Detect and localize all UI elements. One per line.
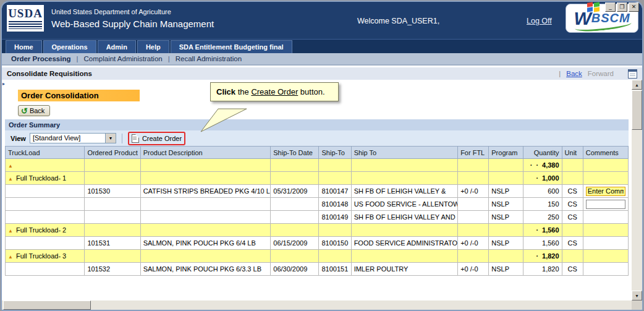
history-back-link[interactable]: Back (566, 70, 582, 77)
log-off-link[interactable]: Log Off (527, 17, 552, 25)
truckload-label: Full Truckload- 1 (16, 174, 66, 182)
ship-to-code-cell (319, 159, 351, 172)
column-header-program[interactable]: Program (489, 147, 523, 159)
subnav: Order Processing|Complaint Administratio… (2, 53, 642, 66)
close-button[interactable]: ✕ (629, 2, 639, 12)
for-ftl-cell: +0 /-0 (458, 263, 489, 276)
tab-sda-entitlement-budgeting-final[interactable]: SDA Entitlement Budgeting final (171, 40, 292, 53)
annotation-highlight-box: Create Order (128, 132, 185, 145)
order-row: 101530CATFISH STRIPS BREADED PKG 4/10 LB… (6, 185, 629, 198)
ship-to-date-cell (271, 172, 319, 185)
comment-input[interactable] (586, 187, 625, 196)
ship-to-code-cell: 8100147 (319, 185, 351, 198)
ship-to-date-cell (271, 250, 319, 263)
callout-text: the (235, 87, 251, 96)
collapse-triangle-icon[interactable]: ▲ (8, 176, 13, 182)
subnav-item-complaint-administration[interactable]: Complaint Administration (78, 55, 168, 62)
unit-cell (562, 159, 583, 172)
unit-cell: CS (562, 211, 583, 224)
column-header-ship-to[interactable]: Ship To (351, 147, 458, 159)
quantity-value: 1,560 (542, 226, 559, 234)
minimize-button[interactable]: _ (605, 2, 616, 12)
table-header-row: TruckLoadOrdered ProductProduct Descript… (6, 147, 629, 159)
unit-cell (562, 172, 583, 185)
quantity-cell: ·1,000 (523, 172, 562, 185)
vertical-scrollbar-thumb[interactable] (632, 90, 642, 130)
horizontal-scrollbar-thumb[interactable] (3, 300, 91, 310)
quantity-cell: 1,560 (523, 237, 562, 250)
restore-button[interactable]: ❐ (617, 2, 627, 12)
comment-input[interactable] (586, 200, 625, 209)
column-header-quantity[interactable]: Quantity (523, 147, 562, 159)
column-header-comments[interactable]: Comments (583, 147, 628, 159)
for-ftl-cell (458, 159, 489, 172)
order-table: TruckLoadOrdered ProductProduct Descript… (5, 146, 629, 276)
product-description-cell (140, 198, 271, 211)
tab-home[interactable]: Home (6, 40, 42, 53)
back-button[interactable]: ↺ Back (18, 105, 50, 116)
vertical-scrollbar[interactable]: ▲ ▼ (632, 80, 642, 300)
view-label: View (11, 135, 26, 142)
tab-operations[interactable]: Operations (43, 40, 96, 53)
usda-logo: USDA (7, 5, 44, 32)
window-controls: _ ❐ ✕ (587, 2, 639, 12)
toolbar-divider (122, 134, 122, 143)
tab-help[interactable]: Help (137, 40, 169, 53)
horizontal-scrollbar[interactable] (2, 300, 632, 310)
scroll-down-icon[interactable]: ▼ (632, 291, 642, 300)
create-order-button[interactable]: Create Order (132, 134, 182, 143)
collapse-triangle-icon[interactable]: ▲ (8, 254, 13, 260)
product-description-cell (140, 211, 271, 224)
column-header-product-description[interactable]: Product Description (140, 147, 271, 159)
truckload-cell (6, 263, 85, 276)
ordered-product-cell (85, 224, 140, 237)
ship-to-name-cell: FOOD SERVICE ADMINISTRATOR (351, 237, 458, 250)
ship-to-name-cell (351, 172, 458, 185)
for-ftl-cell (458, 198, 489, 211)
column-header-truckload[interactable]: TruckLoad (6, 147, 85, 159)
quantity-cell: 600 (523, 185, 562, 198)
collapse-triangle-icon[interactable]: ▲ (8, 228, 13, 234)
drill-dot-icon: · (536, 226, 538, 234)
product-description-cell (140, 250, 271, 263)
quantity-value: 1,000 (542, 174, 559, 182)
table-toolbar: View [Standard View] ▼ Create Order (5, 130, 629, 146)
program-cell: NSLP (489, 263, 523, 276)
column-header-ship-to-date[interactable]: Ship-To Date (271, 147, 319, 159)
unit-cell (562, 224, 583, 237)
column-header-ship-to[interactable]: Ship-To (319, 147, 351, 159)
program-cell: NSLP (489, 237, 523, 250)
program-cell: NSLP (489, 185, 523, 198)
product-description-cell (140, 159, 271, 172)
collapse-triangle-icon[interactable]: ▲ (8, 163, 13, 169)
comments-cell (583, 224, 628, 237)
column-header-for-ftl[interactable]: For FTL (458, 147, 489, 159)
column-header-unit[interactable]: Unit (562, 147, 583, 159)
view-dropdown[interactable]: [Standard View] ▼ (30, 133, 116, 143)
order-row: 101532SALMON, PINK POUCH PKG 6/3.3 LB06/… (6, 263, 629, 276)
chevron-down-icon[interactable]: ▼ (105, 134, 116, 143)
page-options-icon[interactable] (628, 69, 637, 79)
ship-to-name-cell: IMLER POULTRY (351, 263, 458, 276)
unit-cell: CS (562, 185, 583, 198)
comments-cell (583, 211, 628, 224)
subnav-item-recall-administration[interactable]: Recall Administration (170, 55, 247, 62)
ordered-product-cell: 101531 (85, 237, 140, 250)
quantity-value: 1,820 (542, 252, 559, 260)
tab-bar: HomeOperationsAdminHelpSDA Entitlement B… (2, 39, 642, 53)
create-order-label: Create Order (142, 135, 182, 142)
panel-collapse-arrow-icon[interactable]: ▸ (2, 81, 5, 87)
quantity-value: 1,820 (542, 265, 559, 273)
ship-to-date-cell: 05/31/2009 (271, 185, 319, 198)
truckload-label: Full Truckload- 2 (16, 226, 66, 234)
subnav-item-order-processing[interactable]: Order Processing (6, 55, 77, 62)
tab-admin[interactable]: Admin (98, 40, 136, 53)
product-description-cell: SALMON, PINK POUCH PKG 6/4 LB (140, 237, 271, 250)
column-header-ordered-product[interactable]: Ordered Product (85, 147, 140, 159)
truckload-label: Full Truckload- 3 (16, 252, 66, 260)
program-cell (489, 172, 523, 185)
for-ftl-cell (458, 172, 489, 185)
scroll-up-icon[interactable]: ▲ (632, 80, 642, 90)
drill-dot-icon: · (536, 174, 538, 182)
document-icon (132, 134, 139, 143)
